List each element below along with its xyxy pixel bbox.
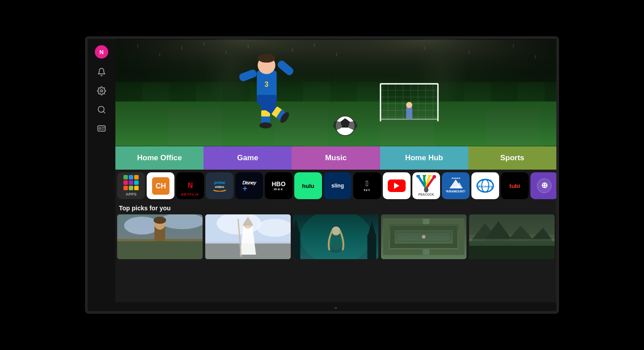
hbo-logo: HBO max (271, 181, 285, 191)
sling-label: sling (331, 183, 344, 189)
svg-text:discovery: discovery (478, 185, 493, 188)
apps-grid-icon (123, 175, 139, 190)
app-netflix[interactable]: N NETFLIX (176, 172, 204, 199)
app-paramount-plus[interactable]: ★★★★★ PARAMOUNT+ (442, 172, 470, 199)
category-music[interactable]: Music (292, 146, 380, 170)
svg-marker-71 (225, 189, 226, 191)
svg-rect-65 (469, 51, 469, 54)
svg-point-0 (101, 90, 103, 92)
youtube-logo (388, 179, 406, 192)
svg-point-45 (259, 122, 272, 128)
netflix-text: NETFLIX (181, 192, 199, 196)
netflix-label: N (188, 182, 193, 190)
hulu-label: hulu (302, 183, 314, 189)
svg-line-2 (103, 111, 105, 113)
profile-icon[interactable] (96, 123, 107, 134)
svg-rect-62 (314, 43, 315, 47)
picks-row (117, 214, 555, 259)
app-hulu[interactable]: hulu (294, 172, 322, 199)
svg-rect-111 (367, 235, 376, 259)
svg-point-97 (153, 217, 166, 224)
pick-item-2[interactable] (205, 214, 291, 259)
app-tubi[interactable]: tubi (501, 172, 529, 199)
more-apps-icon: ⊕ (536, 178, 552, 194)
notifications-icon[interactable] (96, 67, 107, 77)
svg-text:3: 3 (264, 81, 268, 88)
pick-item-4[interactable] (381, 214, 466, 259)
svg-rect-58 (204, 42, 204, 45)
svg-rect-61 (292, 48, 292, 52)
disney-logo: Disney + (242, 180, 256, 192)
app-youtube[interactable] (383, 172, 411, 199)
svg-text:★★★★★: ★★★★★ (451, 177, 461, 179)
svg-text:PEACOCK: PEACOCK (418, 193, 434, 196)
svg-rect-124 (390, 226, 458, 230)
svg-rect-56 (160, 53, 160, 56)
svg-rect-34 (406, 107, 412, 120)
pick-item-3[interactable] (293, 214, 379, 259)
channel-logo: CH (151, 176, 171, 196)
svg-rect-126 (390, 226, 395, 248)
svg-point-39 (258, 54, 275, 63)
svg-point-115 (329, 228, 343, 250)
svg-rect-55 (137, 44, 138, 47)
app-disney-plus[interactable]: Disney + (235, 172, 263, 199)
app-hbo-max[interactable]: HBO max (265, 172, 292, 199)
settings-icon[interactable] (96, 85, 107, 96)
hero-banner: 3 (115, 39, 556, 146)
svg-rect-129 (423, 249, 430, 255)
tv-frame: N (85, 36, 559, 314)
svg-rect-123 (459, 219, 464, 255)
category-home-office[interactable]: Home Office (115, 146, 203, 170)
svg-rect-57 (182, 46, 182, 50)
paramount-logo: ★★★★★ PARAMOUNT+ (446, 176, 466, 196)
svg-rect-127 (453, 226, 458, 248)
user-avatar[interactable]: N (95, 45, 108, 59)
pick-item-5[interactable] (469, 214, 555, 259)
main-content: 3 (115, 39, 556, 311)
discovery-logo: discovery + (475, 175, 496, 196)
app-apple-tv[interactable]:  tv+ (353, 172, 381, 199)
svg-point-75 (432, 175, 436, 179)
app-all-apps[interactable]: APPS (117, 172, 145, 199)
bottom-bar: ⌄ (115, 302, 556, 311)
soccer-scene: 3 (115, 39, 556, 146)
svg-rect-64 (425, 46, 425, 50)
svg-rect-143 (469, 239, 555, 246)
svg-text:+: + (489, 178, 492, 183)
svg-rect-109 (293, 232, 300, 259)
apps-row: APPS CH N NETFLIX pri (115, 170, 556, 202)
svg-point-130 (422, 235, 426, 239)
svg-rect-128 (423, 219, 430, 224)
svg-point-76 (424, 187, 428, 192)
svg-rect-50 (257, 95, 276, 104)
svg-rect-122 (384, 219, 389, 255)
app-sling[interactable]: sling (324, 172, 352, 199)
svg-rect-16 (115, 39, 556, 145)
svg-point-35 (406, 102, 412, 108)
tubi-label: tubi (509, 183, 520, 189)
app-discovery-plus[interactable]: discovery + (471, 172, 499, 199)
app-more[interactable]: ⊕ (530, 172, 556, 199)
category-home-hub[interactable]: Home Hub (380, 146, 468, 170)
svg-rect-66 (513, 44, 513, 47)
svg-rect-63 (336, 53, 337, 56)
svg-rect-125 (390, 243, 458, 248)
category-sports[interactable]: Sports (468, 146, 556, 170)
category-game[interactable]: Game (203, 146, 292, 170)
scroll-down-icon[interactable]: ⌄ (333, 303, 339, 310)
svg-rect-60 (248, 45, 248, 48)
pick-item-1[interactable] (117, 214, 203, 259)
categories-row: Home Office Game Music Home Hub Sports (115, 146, 556, 170)
app-channel[interactable]: CH (147, 172, 174, 199)
top-picks-label: Top picks for you (117, 205, 555, 212)
search-icon[interactable] (96, 104, 107, 115)
svg-rect-94 (117, 241, 203, 259)
top-picks-section: Top picks for you (115, 202, 556, 302)
svg-point-4 (99, 128, 101, 129)
app-peacock[interactable]: PEACOCK (412, 172, 440, 199)
svg-rect-67 (535, 55, 536, 59)
app-prime-video[interactable]: prime video (206, 172, 233, 199)
sidebar: N (88, 39, 115, 311)
peacock-logo: PEACOCK (415, 175, 437, 196)
